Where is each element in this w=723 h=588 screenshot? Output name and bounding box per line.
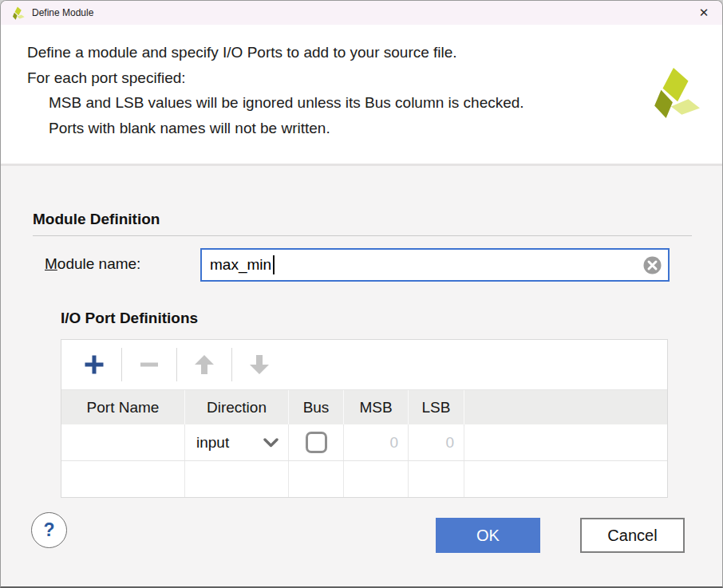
description-line: Define a module and specify I/O Ports to… [27, 40, 722, 65]
ports-toolbar [61, 340, 667, 390]
help-button[interactable]: ? [31, 512, 67, 548]
table-row: input 0 0 [61, 424, 667, 461]
move-down-icon[interactable] [243, 348, 276, 381]
description-line: For each port specified: [27, 65, 722, 91]
io-ports-table: Port Name Direction Bus MSB LSB input 0 [61, 339, 668, 498]
msb-cell[interactable]: 0 [344, 424, 409, 460]
column-header-bus[interactable]: Bus [289, 390, 344, 424]
move-up-icon[interactable] [188, 348, 221, 381]
module-definition-section-title: Module Definition [33, 211, 160, 228]
direction-cell[interactable] [185, 461, 289, 497]
vivado-logo-icon [650, 66, 700, 128]
module-name-input[interactable]: max_min [200, 248, 670, 282]
text-caret [273, 255, 275, 274]
toolbar-divider [176, 348, 177, 381]
chevron-down-icon [263, 438, 279, 448]
port-name-cell[interactable] [61, 461, 185, 497]
column-header-port-name[interactable]: Port Name [61, 390, 185, 424]
titlebar: Define Module ✕ [1, 1, 722, 25]
toolbar-divider [231, 348, 232, 381]
define-module-dialog: Define Module ✕ Define a module and spec… [0, 0, 723, 588]
bus-cell [289, 424, 344, 460]
bus-checkbox[interactable] [306, 432, 327, 453]
column-header-direction[interactable]: Direction [185, 390, 289, 424]
table-header-row: Port Name Direction Bus MSB LSB [61, 390, 667, 424]
module-name-value: max_min [210, 256, 271, 274]
row-spacer-cell [464, 461, 667, 497]
close-icon[interactable]: ✕ [693, 4, 714, 22]
lsb-cell[interactable] [409, 461, 464, 497]
row-spacer-cell [464, 424, 667, 460]
io-port-definitions-section-title: I/O Port Definitions [61, 310, 198, 327]
bus-cell[interactable] [289, 461, 344, 497]
msb-cell[interactable] [344, 461, 409, 497]
description-line: Ports with blank names will not be writt… [27, 116, 722, 141]
lsb-cell[interactable]: 0 [409, 424, 464, 460]
description-line: MSB and LSB values will be ignored unles… [27, 90, 722, 116]
direction-value: input [196, 434, 229, 452]
window-title: Define Module [32, 7, 93, 18]
table-row [61, 461, 667, 497]
remove-port-icon[interactable] [132, 348, 166, 381]
column-header-lsb[interactable]: LSB [409, 390, 464, 424]
module-name-label: Module name: [45, 255, 140, 273]
add-port-icon[interactable] [77, 348, 111, 381]
column-header-msb[interactable]: MSB [344, 390, 409, 424]
description-panel: Define a module and specify I/O Ports to… [1, 25, 722, 166]
cancel-button[interactable]: Cancel [580, 518, 685, 553]
section-divider [33, 235, 692, 236]
vivado-logo-icon [11, 6, 25, 20]
clear-input-icon[interactable] [643, 256, 662, 274]
direction-select[interactable]: input [185, 424, 289, 460]
ok-button[interactable]: OK [436, 518, 540, 553]
toolbar-divider [121, 348, 122, 381]
port-name-cell[interactable] [61, 424, 185, 460]
column-header-spacer [464, 390, 667, 424]
